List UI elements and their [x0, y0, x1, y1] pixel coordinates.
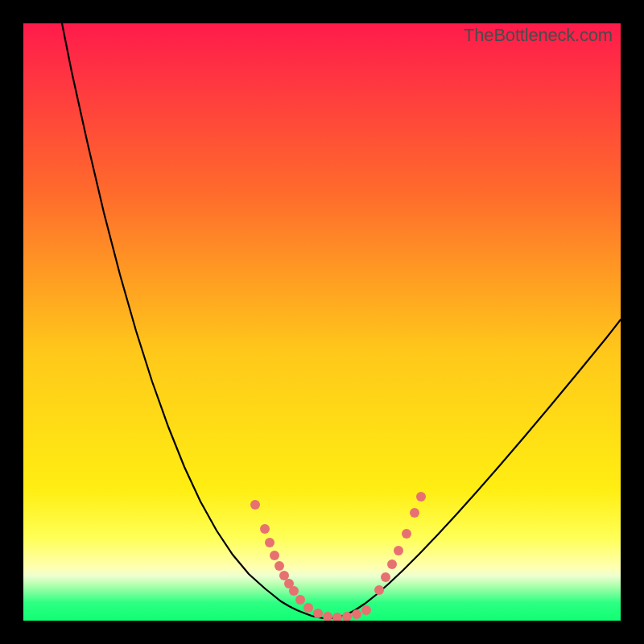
data-point	[323, 612, 332, 621]
bottleneck-curve	[62, 23, 621, 618]
data-point	[289, 586, 299, 596]
data-point	[416, 492, 426, 502]
outer-frame: TheBottleneck.com	[0, 0, 644, 644]
data-point	[374, 585, 384, 595]
data-point	[352, 609, 361, 619]
data-point	[275, 561, 284, 571]
data-point	[303, 603, 313, 613]
data-point	[387, 559, 397, 569]
data-point	[394, 546, 403, 555]
data-point	[295, 595, 305, 605]
data-point	[381, 572, 390, 582]
data-point	[279, 571, 289, 580]
watermark-text: TheBottleneck.com	[464, 25, 613, 46]
data-point	[265, 538, 275, 547]
data-point	[410, 508, 419, 518]
data-point	[402, 529, 411, 539]
data-point	[361, 605, 371, 615]
data-point	[332, 613, 342, 621]
data-point	[260, 524, 270, 534]
data-point	[250, 500, 260, 510]
data-point	[313, 609, 323, 618]
curve-layer	[23, 23, 621, 621]
data-point	[270, 551, 279, 560]
plot-area: TheBottleneck.com	[23, 23, 621, 621]
